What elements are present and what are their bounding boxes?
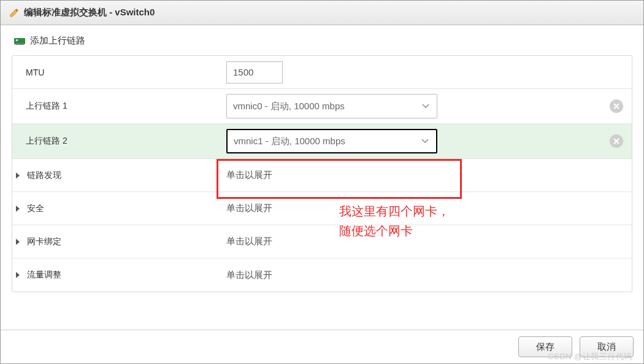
form-table-wrap: MTU 上行链路 1 vmnic0 - 启动, 10000 mbps xyxy=(12,55,632,292)
expand-arrow-icon xyxy=(16,206,20,212)
uplink1-selected-text: vmnic0 - 启动, 10000 mbps xyxy=(233,101,345,112)
label-traffic-shaping: 流量调整 xyxy=(12,265,218,285)
mtu-input[interactable] xyxy=(226,61,283,83)
svg-rect-2 xyxy=(16,39,18,41)
expand-arrow-icon xyxy=(16,239,20,245)
uplink2-select[interactable]: vmnic1 - 启动, 10000 mbps xyxy=(226,129,437,153)
nic-icon xyxy=(14,37,25,45)
label-security: 安全 xyxy=(12,198,218,219)
value-uplink1: vmnic0 - 启动, 10000 mbps xyxy=(218,89,632,123)
value-nic-teaming: 单击以展开 xyxy=(218,231,632,252)
row-uplink2: 上行链路 2 vmnic1 - 启动, 10000 mbps xyxy=(12,124,632,159)
label-uplink2: 上行链路 2 xyxy=(12,131,218,152)
dialog: 编辑标准虚拟交换机 - vSwitch0 添加上行链路 MTU xyxy=(0,0,644,364)
dialog-title: 编辑标准虚拟交换机 - vSwitch0 xyxy=(24,7,155,18)
label-nic-teaming: 网卡绑定 xyxy=(12,231,218,252)
label-traffic-shaping-text: 流量调整 xyxy=(27,269,61,281)
hint-traffic-shaping: 单击以展开 xyxy=(226,269,272,281)
pencil-icon xyxy=(9,8,19,18)
value-uplink2: vmnic1 - 启动, 10000 mbps xyxy=(218,124,632,158)
label-mtu: MTU xyxy=(12,63,218,82)
label-nic-teaming-text: 网卡绑定 xyxy=(27,236,61,247)
row-nic-teaming[interactable]: 网卡绑定 单击以展开 xyxy=(12,225,632,258)
row-link-discovery[interactable]: 链路发现 单击以展开 xyxy=(12,159,632,192)
chevron-down-icon xyxy=(422,104,429,109)
remove-uplink1-button[interactable] xyxy=(610,99,623,113)
row-uplink1: 上行链路 1 vmnic0 - 启动, 10000 mbps xyxy=(12,89,632,124)
value-security: 单击以展开 xyxy=(218,198,632,219)
value-traffic-shaping: 单击以展开 xyxy=(218,265,632,286)
add-uplink-button[interactable]: 添加上行链路 xyxy=(12,35,632,47)
hint-link-discovery: 单击以展开 xyxy=(226,169,272,181)
expand-arrow-icon xyxy=(16,172,20,179)
svg-rect-1 xyxy=(15,43,24,45)
cancel-button[interactable]: 取消 xyxy=(580,336,634,357)
form-table: MTU 上行链路 1 vmnic0 - 启动, 10000 mbps xyxy=(12,55,632,292)
value-mtu xyxy=(218,56,632,88)
add-uplink-label: 添加上行链路 xyxy=(30,35,85,47)
dialog-titlebar: 编辑标准虚拟交换机 - vSwitch0 xyxy=(1,1,643,25)
hint-security: 单击以展开 xyxy=(226,203,272,214)
uplink1-select[interactable]: vmnic0 - 启动, 10000 mbps xyxy=(226,94,437,118)
save-button[interactable]: 保存 xyxy=(518,336,572,357)
dialog-footer: 保存 取消 CSDN @让我三行代码 xyxy=(1,330,643,363)
row-security[interactable]: 安全 单击以展开 xyxy=(12,192,632,225)
value-link-discovery: 单击以展开 xyxy=(218,165,632,186)
remove-uplink2-button[interactable] xyxy=(610,134,623,148)
label-link-discovery-text: 链路发现 xyxy=(27,170,61,181)
hint-nic-teaming: 单击以展开 xyxy=(226,236,272,247)
row-mtu: MTU xyxy=(12,56,632,89)
label-security-text: 安全 xyxy=(27,203,44,214)
uplink2-selected-text: vmnic1 - 启动, 10000 mbps xyxy=(234,136,345,147)
label-link-discovery: 链路发现 xyxy=(12,165,218,186)
dialog-content: 添加上行链路 MTU 上行链路 1 vmnic0 - 启动, 10000 mbp… xyxy=(1,25,643,330)
row-traffic-shaping[interactable]: 流量调整 单击以展开 xyxy=(12,258,632,292)
label-uplink1: 上行链路 1 xyxy=(12,96,218,117)
expand-arrow-icon xyxy=(16,272,20,278)
chevron-down-icon xyxy=(421,139,429,144)
